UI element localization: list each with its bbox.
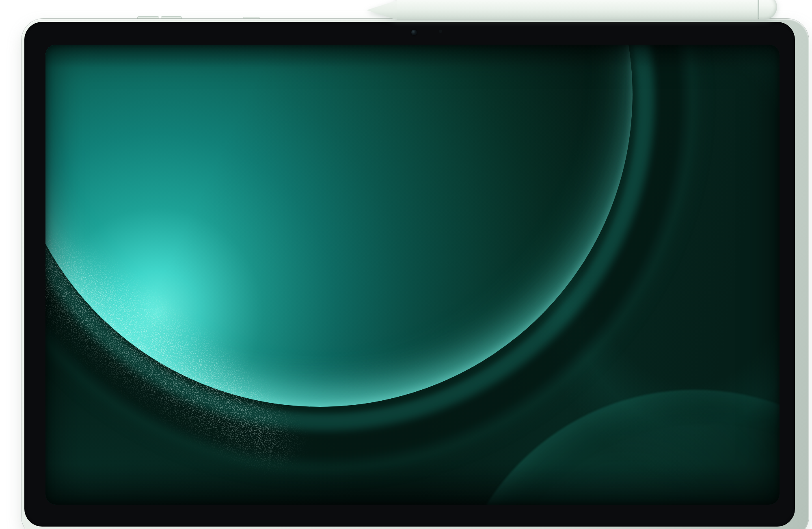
tablet-device	[22, 19, 809, 529]
product-photo-canvas: Light mint tablet shown face-on with a m…	[0, 0, 812, 529]
stylus-tip	[367, 0, 398, 20]
front-camera	[411, 30, 417, 35]
ambient-light-sensor	[439, 30, 442, 33]
screen-vignette	[45, 45, 780, 505]
stylus-cap	[759, 0, 777, 19]
stylus-body	[397, 0, 758, 20]
tablet-screen	[45, 45, 780, 505]
